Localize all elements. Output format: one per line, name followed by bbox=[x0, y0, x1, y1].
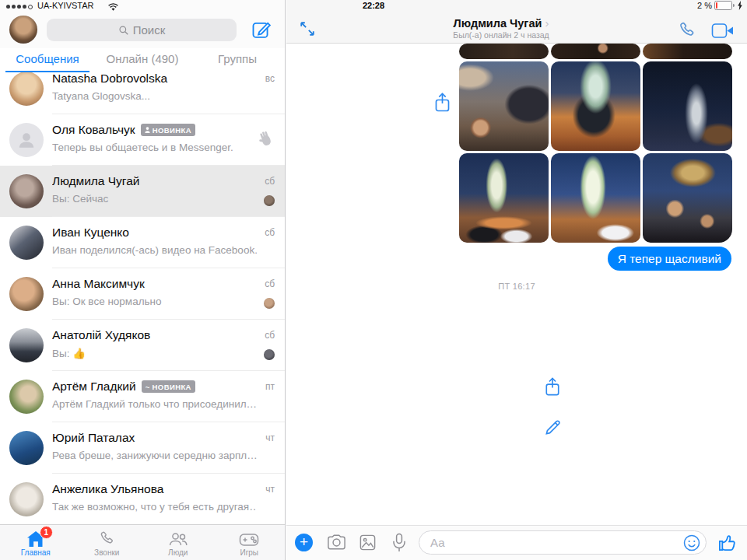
mic-icon[interactable] bbox=[392, 533, 406, 553]
conversation-title[interactable]: Людмила Чугай › bbox=[349, 16, 654, 30]
chat-name: Людмила Чугай bbox=[52, 174, 139, 188]
tab-people[interactable]: Люди bbox=[142, 525, 214, 560]
message-input[interactable]: Аа bbox=[419, 530, 707, 555]
chat-row-yuriy[interactable]: Юрий Паталах Рева бреше, занижуючи серед… bbox=[0, 422, 285, 474]
tab-games[interactable]: Игры bbox=[214, 525, 286, 560]
people-icon bbox=[168, 530, 188, 548]
sent-message-bubble[interactable]: Я тепер щасливий bbox=[608, 247, 731, 271]
chat-row-lyudmila[interactable]: Людмила Чугай Вы: Сейчас сб bbox=[0, 166, 285, 217]
avatar bbox=[9, 72, 44, 106]
chat-preview: Так же возможно, что у тебя есть другая… bbox=[52, 501, 257, 513]
chat-time: сб bbox=[265, 278, 275, 289]
tab-groups[interactable]: Группы bbox=[190, 48, 285, 72]
chat-name: Юрий Паталах bbox=[52, 431, 135, 445]
emoji-icon[interactable] bbox=[682, 534, 701, 552]
chat-time: вс bbox=[265, 73, 275, 84]
chat-row-anzhelika[interactable]: Анжелика Ульянова Так же возможно, что у… bbox=[0, 474, 285, 525]
photo-grid-message bbox=[459, 44, 732, 243]
photo-thumbnail[interactable] bbox=[459, 44, 549, 59]
chat-row-artem[interactable]: Артём Гладкий ~НОВИНКА Артём Гладкий тол… bbox=[0, 371, 285, 422]
chat-list: Natasha Dobrovolska Tatyana Glogovska...… bbox=[0, 72, 285, 525]
photo-thumbnail[interactable] bbox=[459, 153, 549, 243]
chat-preview: Артём Гладкий только что присоединил… bbox=[52, 398, 257, 410]
calls-icon bbox=[98, 530, 116, 548]
chevron-right-icon: › bbox=[545, 16, 549, 30]
phone-icon[interactable] bbox=[677, 20, 697, 40]
chat-row-anna[interactable]: Анна Максимчук Вы: Ок все нормально сб bbox=[0, 268, 285, 320]
pencil-icon[interactable] bbox=[543, 418, 563, 437]
conversation-panel: Людмила Чугай › Был(-а) онлайн 2 ч назад bbox=[286, 0, 747, 560]
photo-thumbnail[interactable] bbox=[643, 61, 732, 151]
status-bar: UA-KYIVSTAR 22:28 2 % bbox=[0, 0, 747, 12]
chat-row-natasha[interactable]: Natasha Dobrovolska Tatyana Glogovska...… bbox=[0, 72, 285, 114]
chat-row-olya[interactable]: Оля Ковальчук НОВИНКА Теперь вы общаетес… bbox=[0, 114, 285, 166]
battery-icon bbox=[714, 1, 732, 10]
avatar bbox=[9, 174, 44, 208]
photo-thumbnail[interactable] bbox=[551, 153, 640, 243]
avatar bbox=[9, 123, 44, 157]
photos-icon[interactable] bbox=[359, 534, 377, 551]
search-input[interactable]: Поиск bbox=[47, 19, 237, 41]
chat-time: чт bbox=[265, 484, 275, 495]
wave-hand-icon[interactable] bbox=[256, 130, 276, 150]
home-badge: 1 bbox=[40, 526, 53, 539]
chat-name: Артём Гладкий bbox=[52, 380, 136, 394]
tab-home[interactable]: 1 Главная bbox=[0, 525, 72, 560]
compose-button[interactable] bbox=[251, 19, 272, 40]
camera-icon[interactable] bbox=[327, 534, 346, 551]
chat-preview: Tatyana Glogovska... bbox=[52, 90, 257, 102]
chat-row-anatoliy[interactable]: Анатолій Худяков Вы: 👍 сб bbox=[0, 320, 285, 371]
avatar bbox=[9, 277, 44, 311]
chat-name: Оля Ковальчук bbox=[52, 123, 135, 137]
photo-thumbnail[interactable] bbox=[459, 61, 549, 151]
photo-thumbnail[interactable] bbox=[643, 153, 732, 243]
avatar bbox=[9, 226, 44, 260]
clock: 22:28 bbox=[363, 1, 384, 10]
tab-messages[interactable]: Сообщения bbox=[0, 48, 95, 72]
chat-preview: Теперь вы общаетесь и в Messenger. bbox=[52, 142, 257, 153]
chat-time: сб bbox=[265, 330, 275, 341]
person-badge-icon bbox=[145, 127, 150, 133]
wifi-icon bbox=[107, 2, 119, 11]
search-icon bbox=[118, 25, 129, 36]
default-person-icon bbox=[16, 130, 37, 150]
chat-preview: Иван поделился(-ась) видео на Facebook. bbox=[52, 244, 257, 256]
compose-icon bbox=[251, 19, 272, 40]
avatar bbox=[9, 328, 44, 362]
avatar bbox=[9, 380, 44, 414]
read-receipt-avatar bbox=[264, 195, 275, 206]
search-placeholder: Поиск bbox=[133, 23, 166, 37]
photo-thumbnail[interactable] bbox=[551, 61, 640, 151]
read-receipt-avatar bbox=[264, 298, 275, 309]
photo-thumbnail[interactable] bbox=[551, 44, 640, 59]
battery-indicator: 2 % bbox=[697, 1, 743, 10]
signal-dots bbox=[6, 5, 33, 9]
plus-icon[interactable]: + bbox=[295, 534, 313, 551]
chat-list-panel: Поиск Сообщения Онлайн (490) Группы Nata… bbox=[0, 0, 286, 560]
expand-icon[interactable] bbox=[299, 20, 316, 37]
avatar bbox=[9, 431, 44, 465]
chat-name: Natasha Dobrovolska bbox=[52, 72, 167, 86]
video-icon[interactable] bbox=[711, 23, 735, 39]
chat-preview: Вы: 👍 bbox=[52, 347, 257, 359]
chat-name: Иван Куценко bbox=[52, 226, 129, 240]
messenger-app: UA-KYIVSTAR 22:28 2 % Поиск Сообщения Он… bbox=[0, 0, 747, 560]
chat-row-ivan[interactable]: Иван Куценко Иван поделился(-ась) видео … bbox=[0, 217, 285, 268]
battery-percent-label: 2 % bbox=[697, 1, 712, 10]
list-tabs: Сообщения Онлайн (490) Группы bbox=[0, 48, 285, 73]
read-receipt-avatar bbox=[264, 349, 275, 360]
photo-message[interactable] bbox=[568, 303, 732, 520]
tab-online[interactable]: Онлайн (490) bbox=[95, 48, 190, 72]
chat-time: чт bbox=[265, 432, 275, 443]
bottom-tab-bar: 1 Главная Звонки Люди Игры bbox=[0, 524, 285, 560]
chat-time: сб bbox=[265, 227, 275, 238]
message-area: Я тепер щасливий ПТ 16:17 bbox=[286, 44, 747, 525]
share-icon[interactable] bbox=[433, 92, 452, 114]
share-icon[interactable] bbox=[543, 376, 562, 397]
photo-thumbnail[interactable] bbox=[643, 44, 732, 59]
thumbs-up-icon[interactable] bbox=[717, 532, 738, 553]
message-timestamp: ПТ 16:17 bbox=[286, 282, 747, 291]
my-profile-avatar[interactable] bbox=[9, 16, 37, 44]
chat-preview: Вы: Сейчас bbox=[52, 193, 257, 205]
tab-calls[interactable]: Звонки bbox=[72, 525, 143, 560]
